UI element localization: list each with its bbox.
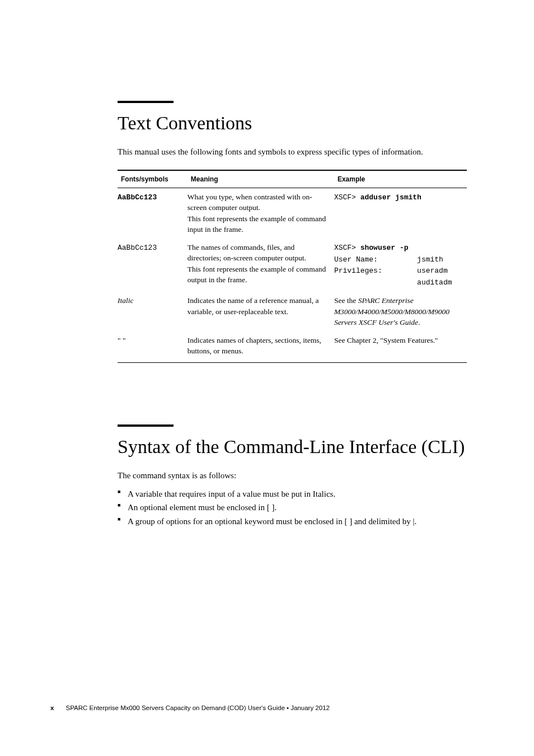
cell-meaning: What you type, when contrasted with on-s…: [188, 188, 334, 239]
cell-example: XSCF> showuser -pUser Name: jsmithPrivil…: [334, 239, 467, 292]
intro-cli-syntax: The command syntax is as follows:: [118, 470, 467, 482]
text-conventions-table: Fonts/symbols Meaning Example AaBbCc123 …: [118, 170, 467, 363]
cell-example: See Chapter 2, "System Features.": [334, 332, 467, 363]
cell-meaning: The names of commands, files, and direct…: [188, 239, 334, 292]
cli-syntax-list: A variable that requires input of a valu…: [118, 488, 467, 528]
table-row: AaBbCc123 The names of commands, files, …: [118, 239, 467, 292]
heading-text-conventions: Text Conventions: [118, 112, 467, 135]
cell-font: Italic: [118, 292, 188, 332]
list-item: A variable that requires input of a valu…: [118, 488, 467, 501]
table-header-meaning: Meaning: [188, 170, 334, 188]
table-row: AaBbCc123 What you type, when contrasted…: [118, 188, 467, 239]
cell-font: AaBbCc123: [118, 239, 188, 292]
page-number: x: [50, 704, 54, 711]
table-row: " " Indicates names of chapters, section…: [118, 332, 467, 363]
table-header-fonts: Fonts/symbols: [118, 170, 188, 188]
list-item: A group of options for an optional keywo…: [118, 515, 467, 528]
list-item: An optional element must be enclosed in …: [118, 501, 467, 514]
page-footer: x SPARC Enterprise Mx000 Servers Capacit…: [50, 704, 330, 711]
heading-cli-syntax: Syntax of the Command-Line Interface (CL…: [118, 436, 467, 459]
cell-example: XSCF> adduser jsmith: [334, 188, 467, 239]
cell-font: AaBbCc123: [118, 188, 188, 239]
section-rule: [118, 101, 174, 103]
intro-text-conventions: This manual uses the following fonts and…: [118, 146, 467, 158]
cell-font: " ": [118, 332, 188, 363]
cell-meaning: Indicates the name of a reference manual…: [188, 292, 334, 332]
table-header-example: Example: [334, 170, 467, 188]
footer-text: SPARC Enterprise Mx000 Servers Capacity …: [66, 704, 330, 711]
table-row: Italic Indicates the name of a reference…: [118, 292, 467, 332]
cell-meaning: Indicates names of chapters, sections, i…: [188, 332, 334, 363]
section-rule: [118, 424, 174, 427]
table-header-row: Fonts/symbols Meaning Example: [118, 170, 467, 188]
cell-example: See the SPARC Enterprise M3000/M4000/M50…: [334, 292, 467, 332]
